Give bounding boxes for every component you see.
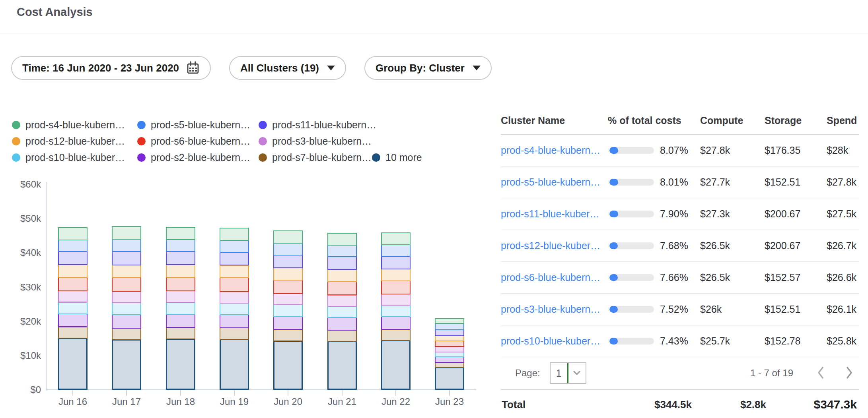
bar-segment [381, 232, 411, 245]
bar-segment [166, 239, 195, 252]
legend-label: prod-s7-blue-kubern… [272, 152, 372, 163]
pct-progress-bar [609, 211, 654, 217]
x-axis-label: Jun 16 [45, 396, 101, 407]
page-label: Page: [515, 368, 540, 379]
bar-segment [112, 339, 141, 390]
compute-value: $26.5k [700, 240, 765, 252]
x-axis-label: Jun 21 [314, 396, 370, 407]
bar-segment [166, 302, 195, 314]
legend-dot [137, 137, 146, 145]
pct-value: 7.66% [660, 272, 688, 283]
legend-dot [12, 121, 20, 129]
legend-label: prod-s4-blue-kubern… [25, 119, 125, 131]
bar-segment [381, 340, 411, 390]
bar-segment [273, 304, 303, 317]
legend-item: prod-s2-blue-kubern… [137, 151, 250, 163]
bar-segment [327, 281, 357, 296]
legend-label: prod-s12-blue-kuber… [25, 135, 125, 147]
chevron-down-icon [327, 66, 335, 70]
clusters-filter-label: All Clusters (19) [240, 62, 319, 74]
bar-segment [112, 314, 141, 329]
x-axis-tick [126, 390, 127, 396]
bar-segment [166, 290, 195, 303]
bar-segment [220, 291, 249, 304]
compute-value: $26.5k [700, 272, 765, 283]
bar-segment [381, 256, 411, 269]
time-range-filter-button[interactable]: Time: 16 Jun 2020 - 23 Jun 2020 [11, 56, 211, 80]
bar-segment [220, 240, 249, 253]
cluster-link[interactable]: prod-s5-blue-kubern… [501, 176, 600, 188]
bar-segment [220, 314, 249, 328]
pagination-range: 1 - 7 of 19 [750, 368, 793, 379]
group-by-filter-button[interactable]: Group By: Cluster [364, 56, 492, 80]
bar-segment [220, 303, 249, 315]
table-row: prod-s5-blue-kubern…8.01%$27.7k$152.51$2… [501, 166, 859, 198]
calendar-icon [186, 61, 200, 75]
bar-segment [166, 227, 195, 240]
bar-segment [166, 339, 195, 390]
chevron-down-icon [568, 371, 586, 375]
page-select[interactable]: 1 [550, 362, 586, 384]
legend-item: prod-s10-blue-kuber… [12, 151, 125, 163]
pct-progress-bar [609, 147, 654, 154]
cluster-link[interactable]: prod-s12-blue-kuber… [501, 240, 600, 251]
legend-label: prod-s11-blue-kubern… [272, 119, 376, 131]
bar-segment [381, 305, 411, 317]
x-axis-label: Jun 20 [260, 396, 316, 407]
bar-segment [273, 230, 303, 244]
bar-segment [58, 290, 88, 302]
next-page-button[interactable] [845, 366, 854, 381]
cluster-link[interactable]: prod-s3-blue-kubern… [501, 304, 600, 315]
spend-value: $26.1k [827, 304, 859, 315]
legend-label: 10 more [385, 152, 422, 163]
bar-segment [220, 339, 249, 390]
bar-segment [381, 269, 411, 281]
bar-segment [435, 352, 464, 357]
prev-page-button[interactable] [816, 366, 825, 381]
bar-segment [166, 264, 195, 278]
pct-value: 8.01% [660, 176, 688, 188]
pct-progress-fill [609, 306, 618, 313]
column-header-storage: Storage [765, 115, 827, 126]
page-title: Cost Analysis [17, 6, 93, 19]
cluster-link[interactable]: prod-s4-blue-kubern… [501, 145, 600, 156]
pct-value: 7.43% [660, 335, 688, 347]
bar-segment [112, 277, 141, 292]
bar-segment [58, 338, 88, 390]
y-axis-label: $50k [6, 213, 41, 224]
bar-segment [220, 265, 249, 279]
bar-segment [273, 255, 303, 269]
cluster-link[interactable]: prod-s6-blue-kubern… [501, 272, 600, 283]
bar-segment [381, 244, 411, 257]
y-axis-label: $40k [6, 247, 41, 258]
pct-value: 7.52% [660, 304, 688, 315]
cluster-link[interactable]: prod-s11-blue-kuber… [501, 208, 599, 219]
cluster-link[interactable]: prod-s10-blue-kuber… [501, 335, 600, 346]
spend-value: $27.5k [827, 208, 859, 220]
clusters-filter-button[interactable]: All Clusters (19) [229, 56, 346, 80]
storage-value: $152.57 [765, 272, 827, 283]
pagination-bar: Page: 1 1 - 7 of 19 [501, 357, 859, 390]
bar-segment [220, 327, 249, 339]
bar-segment [273, 329, 303, 341]
bar-segment [273, 280, 303, 294]
bar-segment [327, 245, 357, 257]
storage-value: $152.51 [765, 304, 827, 315]
y-axis-line [46, 182, 47, 391]
bar-segment [381, 316, 411, 330]
spend-value: $25.8k [827, 335, 859, 347]
pct-progress-bar [609, 242, 654, 249]
storage-value: $176.35 [765, 145, 827, 156]
bar-segment [273, 243, 303, 255]
compute-value: $27.3k [700, 208, 765, 220]
bar-segment [273, 341, 303, 390]
storage-value: $200.67 [765, 208, 827, 220]
column-header-compute: Compute [700, 115, 765, 126]
legend-item: prod-s7-blue-kubern… [259, 151, 372, 163]
pct-progress-fill [609, 242, 618, 249]
bar-segment [435, 362, 464, 368]
legend-item: prod-s6-blue-kubern… [137, 135, 250, 147]
bar-segment [166, 314, 195, 328]
bar-segment [327, 341, 357, 390]
bar-segment [166, 251, 195, 265]
